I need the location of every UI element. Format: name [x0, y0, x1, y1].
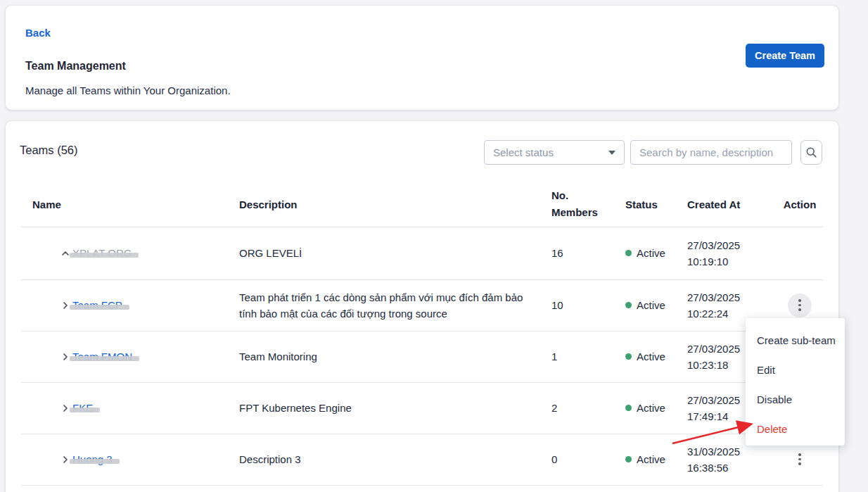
menu-item-create-sub-team[interactable]: Create sub-team: [746, 325, 845, 355]
caret-down-icon: [608, 151, 615, 155]
status-badge: Active: [625, 227, 682, 279]
kebab-dots-icon: [798, 453, 801, 456]
team-description: FPT Kubernetes Engine: [239, 382, 537, 434]
search-button[interactable]: [800, 140, 822, 165]
magnifier-icon: [805, 146, 817, 158]
members-count: 2: [551, 382, 601, 434]
search-input[interactable]: [630, 140, 792, 165]
page-header-card: Back Team Management Manage all Teams wi…: [6, 6, 838, 110]
status-dot-icon: [625, 405, 632, 411]
column-header-action: Action: [779, 182, 821, 227]
row-actions-button[interactable]: [788, 448, 812, 472]
page-subtitle: Manage all Teams within Your Organizatio…: [25, 84, 231, 96]
status-badge: Active: [625, 434, 682, 485]
members-count: 16: [551, 227, 601, 279]
create-team-button[interactable]: Create Team: [746, 44, 824, 68]
status-dot-icon: [625, 353, 632, 360]
chevron-right-icon: [60, 352, 70, 362]
column-header-created-at: Created At: [687, 182, 772, 227]
team-name-link[interactable]: Team FCP: [72, 299, 122, 311]
members-count: 0: [551, 434, 601, 485]
team-description: Description 3: [239, 434, 537, 485]
column-header-description: Description: [239, 182, 537, 227]
team-name-link[interactable]: XPLAT ORG: [72, 247, 132, 259]
teams-panel-card: Teams (56) Select status Name Descriptio…: [6, 121, 838, 492]
status-dot-icon: [625, 456, 632, 462]
kebab-dots-icon: [798, 299, 801, 302]
table-row: Team FCP Team phát triển 1 các dòng sản …: [6, 279, 838, 331]
table-row: FKE FPT Kubernetes Engine 2 Active 27/03…: [6, 382, 838, 434]
chevron-up-icon: [60, 248, 70, 258]
members-count: 10: [551, 279, 601, 331]
table-row: Team FMON Team Monitoring 1 Active 27/03…: [6, 331, 838, 382]
divider: [21, 485, 823, 486]
table-row: Huong 3 Description 3 0 Active 31/03/202…: [6, 434, 838, 485]
status-badge: Active: [625, 279, 682, 331]
team-name-link[interactable]: FKE: [72, 402, 93, 414]
status-badge: Active: [625, 331, 682, 382]
row-actions-menu: Create sub-team Edit Disable Delete: [746, 318, 845, 446]
row-actions-button[interactable]: [788, 294, 812, 317]
teams-count-title: Teams (56): [20, 144, 78, 157]
chevron-right-icon: [60, 301, 70, 310]
table-header-row: Name Description No. Members Status Crea…: [6, 182, 838, 227]
back-link[interactable]: Back: [25, 27, 51, 39]
column-header-name: Name: [32, 182, 194, 227]
menu-item-disable[interactable]: Disable: [746, 384, 845, 414]
team-description: Team phát triển 1 các dòng sản phẩm với …: [239, 279, 537, 331]
team-description: Team Monitoring: [239, 331, 537, 382]
team-name-link[interactable]: Team FMON: [72, 351, 132, 362]
menu-item-delete[interactable]: Delete: [746, 414, 845, 443]
members-count: 1: [551, 331, 601, 382]
table-row: XPLAT ORG ORG LEVELİ 16 Active 27/03/202…: [6, 227, 838, 279]
team-description: ORG LEVELİ: [239, 227, 537, 279]
chevron-right-icon: [60, 455, 70, 465]
page-title: Team Management: [25, 60, 126, 72]
team-name-link[interactable]: Huong 3: [72, 453, 113, 465]
status-dot-icon: [625, 302, 632, 308]
column-header-members: No. Members: [551, 182, 601, 227]
chevron-right-icon: [60, 403, 70, 413]
status-filter-select[interactable]: Select status: [484, 140, 625, 165]
status-badge: Active: [625, 382, 682, 434]
status-dot-icon: [625, 250, 632, 256]
created-at: 27/03/2025 10:19:10: [687, 227, 772, 279]
menu-item-edit[interactable]: Edit: [746, 355, 845, 384]
status-filter-value: Select status: [493, 146, 554, 158]
column-header-status: Status: [625, 182, 682, 227]
